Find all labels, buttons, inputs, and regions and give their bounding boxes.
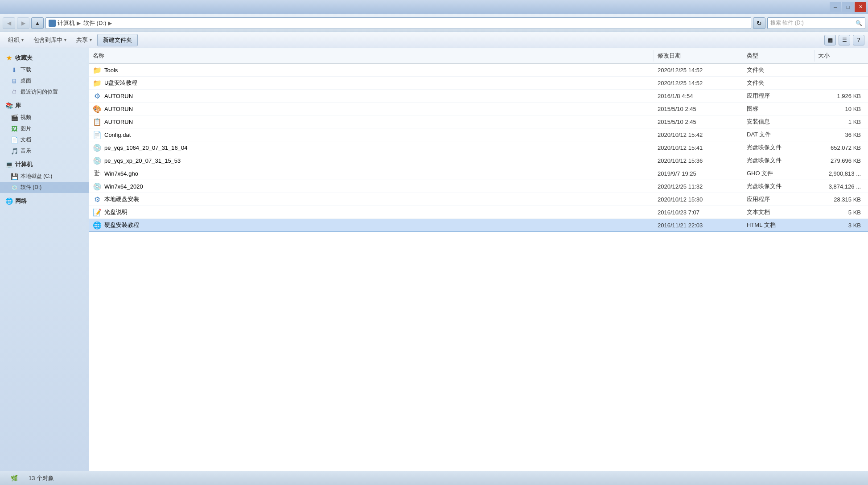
share-label: 共享 [76, 36, 88, 44]
file-size: 279,696 KB [815, 156, 868, 165]
table-row[interactable]: 📝 光盘说明 2016/10/23 7:07 文本文档 5 KB [89, 206, 868, 219]
table-row[interactable]: 💿 pe_yqs_1064_20_07_31_16_04 2020/10/12 … [89, 141, 868, 154]
new-folder-button[interactable]: 新建文件夹 [97, 34, 138, 46]
file-size: 652,072 KB [815, 143, 868, 152]
table-row[interactable]: ⚙ 本地硬盘安装 2020/10/12 15:30 应用程序 28,315 KB [89, 193, 868, 206]
share-menu[interactable]: 共享 ▾ [72, 34, 96, 46]
forward-button[interactable]: ▶ [17, 17, 29, 29]
content-area: 名称 修改日期 类型 大小 📁 Tools 2020/12/25 14:52 文… [89, 48, 868, 471]
sidebar-item-doc[interactable]: 📄 文档 [0, 134, 89, 145]
address-toolbar: ◀ ▶ ▲ 计算机 ▶ 软件 (D:) ▶ ↻ 搜索 软件 (D:) 🔍 [0, 14, 868, 32]
maximize-button[interactable]: □ [842, 2, 854, 12]
col-header-modified[interactable]: 修改日期 [654, 50, 743, 62]
doc-icon: 📄 [11, 136, 18, 144]
column-headers: 名称 修改日期 类型 大小 [89, 48, 868, 64]
file-type: 应用程序 [743, 90, 815, 101]
file-name: Config.dat [104, 132, 131, 138]
file-modified: 2020/12/25 11:32 [654, 182, 743, 191]
file-type: GHO 文件 [743, 168, 815, 179]
minimize-button[interactable]: ─ [830, 2, 841, 12]
col-header-size[interactable]: 大小 [815, 50, 868, 62]
file-icon: 🗜 [93, 169, 102, 177]
recent-icon: ⏱ [11, 89, 18, 96]
breadcrumb-computer[interactable]: 计算机 ▶ [58, 19, 82, 27]
file-size: 1 KB [815, 117, 868, 127]
breadcrumb-drive[interactable]: 软件 (D:) ▶ [83, 19, 113, 27]
sidebar-desktop-label: 桌面 [21, 77, 31, 85]
col-header-name[interactable]: 名称 [89, 50, 654, 62]
table-row[interactable]: 🎨 AUTORUN 2015/5/10 2:45 图标 10 KB [89, 103, 868, 115]
file-type: 文件夹 [743, 65, 815, 75]
table-row[interactable]: 📄 Config.dat 2020/10/12 15:42 DAT 文件 36 … [89, 128, 868, 141]
file-name-cell: 📄 Config.dat [89, 129, 654, 140]
table-row[interactable]: 💿 pe_yqs_xp_20_07_31_15_53 2020/10/12 15… [89, 154, 868, 167]
sidebar-network-header[interactable]: 🌐 网络 [0, 195, 89, 207]
file-modified: 2019/9/7 19:25 [654, 169, 743, 178]
table-row[interactable]: ⚙ AUTORUN 2016/1/8 4:54 应用程序 1,926 KB [89, 90, 868, 103]
help-button[interactable]: ? [853, 35, 864, 45]
close-button[interactable]: ✕ [855, 2, 866, 12]
sidebar-video-label: 视频 [21, 114, 31, 121]
file-size [815, 82, 868, 84]
status-icon: 🌿 [7, 471, 21, 485]
table-row[interactable]: 💿 Win7x64_2020 2020/12/25 11:32 光盘映像文件 3… [89, 180, 868, 193]
image-icon: 🖼 [11, 125, 18, 132]
search-box[interactable]: 搜索 软件 (D:) 🔍 [767, 17, 865, 29]
sidebar-computer-header[interactable]: 💻 计算机 [0, 158, 89, 171]
sidebar-favorites-header[interactable]: ★ 收藏夹 [0, 52, 89, 64]
sidebar-item-video[interactable]: 🎬 视频 [0, 112, 89, 123]
sidebar-item-desktop[interactable]: 🖥 桌面 [0, 75, 89, 86]
video-icon: 🎬 [11, 114, 18, 121]
star-icon: ★ [5, 54, 12, 62]
software-d-icon: 💿 [11, 184, 18, 191]
file-icon: 📁 [93, 66, 102, 74]
sidebar-item-download[interactable]: ⬇ 下载 [0, 64, 89, 75]
file-icon: 🌐 [93, 221, 102, 229]
file-name: AUTORUN [104, 93, 133, 99]
statusbar: 🌿 13 个对象 [0, 471, 868, 485]
sidebar-recent-label: 最近访问的位置 [21, 88, 58, 96]
file-name: Win7x64.gho [104, 170, 138, 177]
sidebar-favorites-section: ★ 收藏夹 ⬇ 下载 🖥 桌面 ⏱ 最近访问的位置 [0, 52, 89, 98]
file-modified: 2015/5/10 2:45 [654, 104, 743, 114]
refresh-button[interactable]: ↻ [753, 17, 765, 29]
breadcrumb-sep-1: ▶ [77, 20, 81, 26]
view-list-button[interactable]: ☰ [839, 35, 850, 45]
file-size [815, 69, 868, 71]
sidebar-library-label: 库 [15, 102, 21, 110]
local-c-icon: 💾 [11, 173, 18, 180]
sidebar-network-section: 🌐 网络 [0, 195, 89, 207]
view-button[interactable]: ▦ [824, 35, 836, 45]
table-row[interactable]: 📁 U盘安装教程 2020/12/25 14:52 文件夹 [89, 77, 868, 90]
table-row[interactable]: 📋 AUTORUN 2015/5/10 2:45 安装信息 1 KB [89, 115, 868, 128]
file-name-cell: 💿 Win7x64_2020 [89, 181, 654, 192]
col-header-type[interactable]: 类型 [743, 50, 815, 62]
table-row[interactable]: 📁 Tools 2020/12/25 14:52 文件夹 [89, 64, 868, 77]
organize-menu[interactable]: 组织 ▾ [4, 34, 28, 46]
sidebar-music-label: 音乐 [21, 147, 31, 155]
computer-icon: 💻 [5, 161, 12, 168]
file-name: pe_yqs_1064_20_07_31_16_04 [104, 144, 188, 151]
sidebar-library-header[interactable]: 📚 库 [0, 99, 89, 112]
file-modified: 2020/10/12 15:36 [654, 156, 743, 165]
table-row[interactable]: 🌐 硬盘安装教程 2016/11/21 22:03 HTML 文档 3 KB [89, 219, 868, 232]
file-modified: 2020/12/25 14:52 [654, 66, 743, 75]
back-button[interactable]: ◀ [3, 17, 15, 29]
menubar: 组织 ▾ 包含到库中 ▾ 共享 ▾ 新建文件夹 ▦ ☰ ? [0, 32, 868, 48]
sidebar-item-local-c[interactable]: 💾 本地磁盘 (C:) [0, 171, 89, 182]
sidebar-image-label: 图片 [21, 125, 31, 132]
file-icon: 📝 [93, 208, 102, 216]
include-library-menu[interactable]: 包含到库中 ▾ [29, 34, 71, 46]
table-row[interactable]: 🗜 Win7x64.gho 2019/9/7 19:25 GHO 文件 2,90… [89, 167, 868, 180]
music-icon: 🎵 [11, 148, 18, 155]
sidebar-item-software-d[interactable]: 💿 软件 (D:) [0, 182, 89, 193]
breadcrumb-drive-label: 软件 (D:) [83, 19, 106, 27]
up-button[interactable]: ▲ [31, 17, 44, 29]
file-type: 图标 [743, 103, 815, 114]
sidebar-item-music[interactable]: 🎵 音乐 [0, 145, 89, 156]
sidebar-item-image[interactable]: 🖼 图片 [0, 123, 89, 134]
address-bar[interactable]: 计算机 ▶ 软件 (D:) ▶ [45, 17, 751, 29]
file-type: HTML 文档 [743, 220, 815, 230]
share-arrow: ▾ [90, 37, 92, 42]
sidebar-item-recent[interactable]: ⏱ 最近访问的位置 [0, 86, 89, 98]
